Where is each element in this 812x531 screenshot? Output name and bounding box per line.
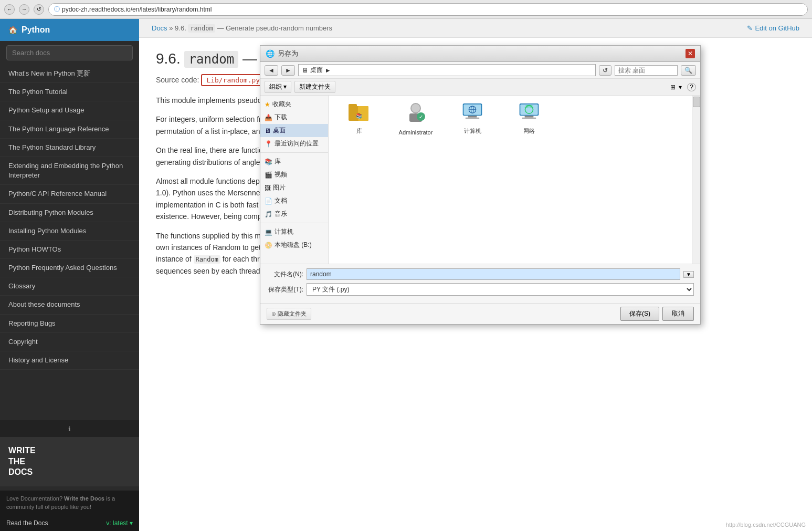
info-icon: ℹ bbox=[68, 425, 71, 433]
downloads-icon: 📥 bbox=[265, 114, 272, 121]
dialog-file-library[interactable]: 📚 库 bbox=[333, 100, 385, 138]
sidebar-item-copyright[interactable]: Copyright bbox=[0, 333, 139, 351]
svg-rect-1 bbox=[349, 104, 357, 108]
library-file-label: 库 bbox=[356, 127, 362, 135]
dialog-back-button[interactable]: ◄ bbox=[265, 65, 278, 76]
network-file-icon bbox=[519, 102, 540, 125]
dialog-refresh-button[interactable]: ↺ bbox=[599, 65, 611, 76]
help-icon: ? bbox=[687, 83, 696, 91]
downloads-label: 下载 bbox=[275, 113, 287, 122]
title-module-code: random bbox=[184, 51, 238, 68]
dialog-search-input[interactable] bbox=[615, 65, 678, 76]
library-nav-icon: 📚 bbox=[265, 158, 272, 165]
dialog-new-folder-button[interactable]: 新建文件夹 bbox=[294, 81, 335, 93]
local-disk-icon: 📀 bbox=[265, 242, 272, 249]
sidebar-item-extending[interactable]: Extending and Embedding the Python Inter… bbox=[0, 157, 139, 185]
dialog-save-button[interactable]: 保存(S) bbox=[620, 307, 659, 321]
music-icon: 🎵 bbox=[265, 211, 272, 218]
sidebar-logo[interactable]: 🏠 Python bbox=[0, 19, 139, 41]
dialog-title-bar: 🌐 另存为 ✕ bbox=[260, 46, 700, 62]
dialog-toolbar: ◄ ► 🖥 桌面 ► ↺ 🔍 bbox=[260, 62, 700, 79]
dialog-body: ★ 收藏夹 📥 下载 🖥 桌面 📍 最近访问的位置 bbox=[260, 96, 700, 264]
dialog-left-sep2 bbox=[260, 223, 328, 223]
dialog-scrollbar[interactable] bbox=[692, 96, 700, 264]
computer-file-icon bbox=[462, 102, 483, 125]
dialog-organize-button[interactable]: 组织 ▾ bbox=[265, 81, 291, 93]
dialog-title: 🌐 另存为 bbox=[266, 49, 298, 58]
svg-rect-12 bbox=[466, 118, 480, 119]
breadcrumb: Docs » 9.6. random — Generate pseudo-ran… bbox=[152, 24, 332, 32]
sidebar-item-language-ref[interactable]: The Python Language Reference bbox=[0, 120, 139, 139]
hidden-files-button[interactable]: ⊙ 隐藏文件夹 bbox=[267, 308, 311, 320]
dialog-left-recent[interactable]: 📍 最近访问的位置 bbox=[260, 137, 328, 150]
sidebar-item-installing[interactable]: Installing Python Modules bbox=[0, 222, 139, 241]
sidebar-item-howtos[interactable]: Python HOWTOs bbox=[0, 241, 139, 259]
sidebar-item-distributing[interactable]: Distributing Python Modules bbox=[0, 204, 139, 222]
dialog-left-panel: ★ 收藏夹 📥 下载 🖥 桌面 📍 最近访问的位置 bbox=[260, 96, 329, 264]
filetype-select[interactable]: PY 文件 (.py) bbox=[307, 283, 694, 296]
document-label: 文档 bbox=[275, 196, 287, 205]
dialog-left-library[interactable]: 📚 库 bbox=[260, 155, 328, 168]
sidebar-item-faq[interactable]: Python Frequently Asked Questions bbox=[0, 259, 139, 277]
source-code-link[interactable]: Lib/random.py bbox=[201, 74, 265, 86]
sidebar-logo-text: Python bbox=[22, 25, 50, 35]
browser-chrome: ← → ↺ ⓘ pydoc-zh.readthedocs.io/en/lates… bbox=[0, 0, 812, 19]
write-the-docs-box: WRITE THE DOCS bbox=[0, 437, 139, 486]
sidebar-item-bugs[interactable]: Reporting Bugs bbox=[0, 315, 139, 333]
view-dropdown-icon: ▾ bbox=[679, 84, 682, 91]
video-icon: 🎬 bbox=[265, 171, 272, 179]
dialog-file-computer[interactable]: 计算机 bbox=[446, 100, 499, 138]
sidebar-item-c-api[interactable]: Python/C API Reference Manual bbox=[0, 185, 139, 203]
breadcrumb-docs-link[interactable]: Docs bbox=[152, 24, 167, 32]
wtd-line1: WRITE bbox=[8, 445, 131, 456]
dialog-file-administrator[interactable]: ✓ Administrator bbox=[389, 100, 442, 138]
github-icon: ✎ bbox=[747, 24, 753, 32]
sidebar-nav: What's New in Python 更新 The Python Tutor… bbox=[0, 65, 139, 420]
search-input[interactable] bbox=[6, 45, 133, 60]
svg-rect-19 bbox=[522, 118, 536, 119]
sidebar-item-standard-lib[interactable]: The Python Standard Library bbox=[0, 139, 139, 157]
version-badge[interactable]: v: latest ▾ bbox=[106, 519, 133, 527]
svg-text:✓: ✓ bbox=[419, 114, 423, 120]
dialog-browser-icon: 🌐 bbox=[266, 49, 275, 58]
sidebar-bottom-text: Love Documentation? Write the Docs is a … bbox=[0, 491, 139, 515]
dialog-path: 桌面 bbox=[310, 66, 323, 75]
dialog-forward-button[interactable]: ► bbox=[281, 65, 295, 76]
dialog-left-desktop[interactable]: 🖥 桌面 bbox=[260, 124, 328, 137]
dialog-left-local-disk[interactable]: 📀 本地磁盘 (B:) bbox=[260, 238, 328, 252]
forward-button[interactable]: → bbox=[19, 4, 29, 15]
dialog-file-network[interactable]: 网络 bbox=[503, 100, 555, 138]
document-icon: 📄 bbox=[265, 197, 272, 205]
sidebar-item-glossary[interactable]: Glossary bbox=[0, 277, 139, 296]
edit-on-github-label: Edit on GitHub bbox=[755, 24, 799, 32]
dialog-left-favorites[interactable]: ★ 收藏夹 bbox=[260, 98, 328, 111]
dialog-left-music[interactable]: 🎵 音乐 bbox=[260, 207, 328, 221]
filename-input[interactable] bbox=[307, 268, 680, 280]
filename-dropdown[interactable]: ▼ bbox=[683, 271, 694, 278]
star-icon: ★ bbox=[265, 101, 270, 108]
dialog-left-picture[interactable]: 🖼 图片 bbox=[260, 181, 328, 194]
dialog-cancel-button[interactable]: 取消 bbox=[662, 307, 694, 321]
sidebar-version: Read the Docs v: latest ▾ bbox=[0, 515, 139, 531]
sidebar-item-tutorial[interactable]: The Python Tutorial bbox=[0, 83, 139, 101]
dialog-left-document[interactable]: 📄 文档 bbox=[260, 194, 328, 207]
filetype-label: 保存类型(T): bbox=[267, 285, 303, 294]
refresh-button[interactable]: ↺ bbox=[34, 4, 44, 15]
dialog-left-video[interactable]: 🎬 视频 bbox=[260, 168, 328, 181]
address-bar[interactable]: ⓘ pydoc-zh.readthedocs.io/en/latest/libr… bbox=[48, 3, 808, 16]
home-icon: 🏠 bbox=[8, 26, 17, 34]
dialog-left-downloads[interactable]: 📥 下载 bbox=[260, 111, 328, 124]
filename-label: 文件名(N): bbox=[267, 270, 303, 279]
sidebar-item-about[interactable]: About these documents bbox=[0, 296, 139, 314]
svg-text:📚: 📚 bbox=[356, 112, 363, 119]
sidebar-item-whats-new[interactable]: What's New in Python 更新 bbox=[0, 65, 139, 83]
dialog-close-button[interactable]: ✕ bbox=[686, 49, 695, 58]
edit-on-github-link[interactable]: ✎ Edit on GitHub bbox=[747, 24, 799, 32]
url-text: pydoc-zh.readthedocs.io/en/latest/librar… bbox=[62, 6, 212, 13]
sidebar-item-history[interactable]: History and License bbox=[0, 351, 139, 370]
back-button[interactable]: ← bbox=[4, 4, 15, 15]
dialog-search-button[interactable]: 🔍 bbox=[681, 65, 696, 76]
sidebar-item-setup-usage[interactable]: Python Setup and Usage bbox=[0, 101, 139, 120]
dialog-left-computer[interactable]: 💻 计算机 bbox=[260, 225, 328, 238]
music-label: 音乐 bbox=[275, 210, 287, 218]
